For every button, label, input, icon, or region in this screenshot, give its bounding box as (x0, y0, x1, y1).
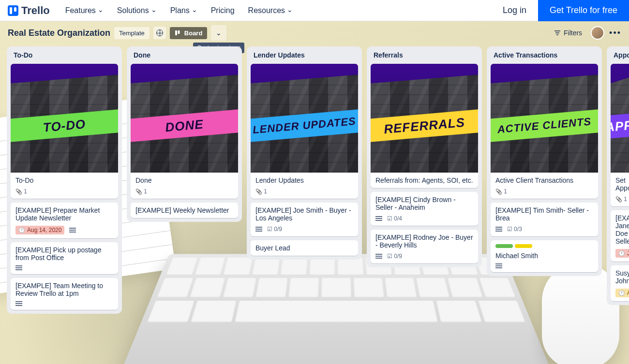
label[interactable] (515, 244, 532, 248)
customize-views-button[interactable]: ⌄ Customize views (211, 25, 226, 41)
card-title: Lender Updates (251, 173, 358, 188)
card-title: [EXAMPLE] Team Meeting to Review Trello … (11, 278, 118, 301)
card[interactable]: REFERRALSReferrals from: Agents, SOI, et… (371, 64, 478, 188)
globe-icon (156, 29, 163, 36)
card-title: [EXAMPLE] Rodney Joe - Buyer - Beverly H… (371, 230, 478, 253)
description-icon (15, 265, 22, 266)
board-view-button[interactable]: Board (170, 27, 208, 39)
nav-plans[interactable]: Plans (165, 2, 203, 19)
card[interactable]: Buyer Lead (251, 240, 358, 256)
card-badges (11, 265, 118, 274)
checklist-badge: 0/9 (267, 226, 282, 233)
list: AppointmentsAPPOSet Appointments 1[EXAMP… (607, 46, 629, 305)
attachment-badge: 1 (135, 188, 147, 195)
list-title[interactable]: Lender Updates (251, 50, 358, 60)
card-badges: Aug (611, 289, 629, 301)
list-title[interactable]: To-Do (11, 50, 118, 60)
description-icon (495, 227, 502, 228)
card-title: To-Do (11, 173, 118, 188)
card-badges: 1 (611, 196, 629, 206)
card[interactable]: DONEDone 1 (131, 64, 238, 199)
checklist-icon (507, 226, 512, 233)
filter-icon (554, 29, 561, 36)
board-menu-button[interactable]: ••• (609, 28, 621, 38)
checklist-badge: 0/3 (507, 226, 522, 233)
svg-rect-1 (178, 30, 180, 34)
card[interactable]: [EXAMPLE] Pick up postage from Post Offi… (11, 242, 118, 274)
due-date-badge[interactable]: Aug 14, 2020 (15, 226, 64, 234)
card-badges: 0/3 (491, 226, 598, 236)
card[interactable]: [EXAMPLE] Joe Smith - Buyer - Los Angele… (251, 203, 358, 236)
board-title[interactable]: Real Estate Organization (8, 28, 110, 38)
card-cover: DONE (131, 64, 238, 173)
list-title[interactable]: Active Transactions (491, 50, 598, 60)
card[interactable]: Susy JohnsonAug (611, 265, 629, 301)
nav-features[interactable]: Features (60, 2, 109, 19)
card[interactable]: [EXAMPLE] Weekly Newsletter (131, 203, 238, 218)
card[interactable]: [EXAMPLE] Team Meeting to Review Trello … (11, 278, 118, 310)
card[interactable]: [EXAMPLE] Tim Smith- Seller - Brea 0/3 (491, 203, 598, 236)
nav-pricing[interactable]: Pricing (205, 2, 240, 19)
template-badge[interactable]: Template (114, 27, 150, 39)
cover-banner: APPO (611, 112, 629, 139)
filters-button[interactable]: Filters (550, 27, 586, 39)
card-badges: 0/9 (251, 226, 358, 236)
trello-logo[interactable]: Trello (8, 4, 50, 17)
due-date-badge[interactable]: Aug (615, 289, 629, 297)
card[interactable]: LENDER UPDATESLender Updates 1 (251, 64, 358, 199)
trello-logo-mark (8, 5, 18, 16)
attachment-icon (15, 188, 22, 195)
attachment-badge: 1 (15, 188, 27, 195)
get-trello-free-button[interactable]: Get Trello for free (538, 0, 629, 21)
board-icon (175, 29, 181, 36)
attachment-badge: 1 (255, 188, 267, 195)
card-badges: 1 (491, 188, 598, 199)
card-badges: 0/9 (371, 253, 478, 263)
card[interactable]: [EXAMPLE] Jane Doe - SellerJan (611, 210, 629, 262)
attachment-icon (255, 188, 262, 195)
card[interactable]: ACTIVE CLIENTSActive Client Transactions… (491, 64, 598, 199)
clock-icon (18, 227, 25, 233)
label[interactable] (495, 244, 513, 248)
board-lists: To-DoTO-DOTo-Do 1[EXAMPLE] Prepare Marke… (0, 44, 629, 320)
description-icon (495, 263, 502, 264)
card-badges: 1 (131, 188, 238, 199)
clock-icon (618, 290, 625, 296)
list-title[interactable]: Referrals (371, 50, 478, 60)
card-badges (491, 263, 598, 272)
list-title[interactable]: Appointments (611, 50, 629, 60)
card[interactable]: [EXAMPLE] Prepare Market Update Newslett… (11, 203, 118, 238)
card[interactable]: [EXAMPLE] Rodney Joe - Buyer - Beverly H… (371, 230, 478, 263)
list: ReferralsREFERRALSReferrals from: Agents… (367, 46, 482, 267)
due-date-badge[interactable]: Jan (615, 249, 629, 258)
attachment-icon (615, 196, 622, 203)
login-link[interactable]: Log in (493, 5, 536, 15)
card[interactable]: TO-DOTo-Do 1 (11, 64, 118, 199)
card-title: [EXAMPLE] Tim Smith- Seller - Brea (491, 203, 598, 226)
card[interactable]: [EXAMPLE] Cindy Brown - Seller - Anaheim… (371, 192, 478, 226)
card-badges: 1 (251, 188, 358, 199)
list: To-DoTO-DOTo-Do 1[EXAMPLE] Prepare Marke… (7, 46, 122, 314)
checklist-badge: 0/4 (387, 215, 402, 222)
card-title: [EXAMPLE] Cindy Brown - Seller - Anaheim (371, 192, 478, 215)
description-icon (375, 216, 382, 217)
card-cover: REFERRALS (371, 64, 478, 173)
card-title: Set Appointments (611, 173, 629, 196)
card[interactable]: APPOSet Appointments 1 (611, 64, 629, 206)
card-title: Done (131, 173, 238, 188)
card[interactable]: Michael Smith (491, 240, 598, 272)
list-title[interactable]: Done (131, 50, 238, 60)
card-title: [EXAMPLE] Weekly Newsletter (131, 203, 238, 218)
user-avatar[interactable] (591, 26, 604, 40)
attachment-icon (135, 188, 142, 195)
board-background: Real Estate Organization Template Board … (0, 21, 629, 364)
nav-resources[interactable]: Resources (242, 2, 299, 19)
chevron-down-icon: ⌄ (216, 29, 222, 37)
svg-rect-0 (175, 30, 177, 35)
card-title: [EXAMPLE] Jane Doe - Seller (611, 210, 629, 249)
checklist-icon (267, 226, 272, 233)
card-cover: APPO (611, 64, 629, 173)
visibility-button[interactable] (153, 27, 166, 39)
attachment-icon (495, 188, 502, 195)
nav-solutions[interactable]: Solutions (111, 2, 163, 19)
